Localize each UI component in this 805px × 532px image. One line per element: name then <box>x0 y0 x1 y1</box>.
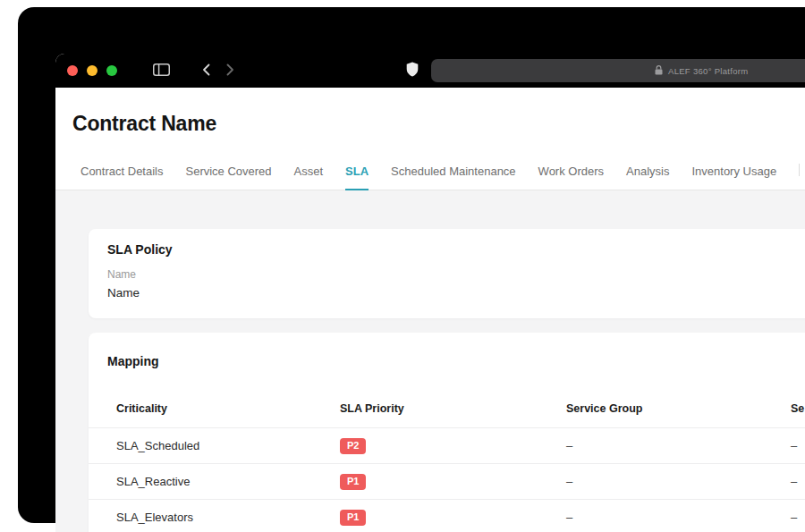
chevron-left-icon <box>202 63 210 79</box>
cell-service-group: – <box>566 475 791 488</box>
minimize-button[interactable] <box>87 65 97 76</box>
col-header-criticality: Criticality <box>116 402 340 415</box>
tab-divider <box>799 164 800 176</box>
priority-badge: P2 <box>340 438 366 454</box>
mapping-card: Mapping Criticality SLA Priority Service… <box>89 333 805 532</box>
tab-sla[interactable]: SLA <box>345 156 369 190</box>
zoom-button[interactable] <box>106 65 117 76</box>
sla-policy-heading: SLA Policy <box>107 242 805 257</box>
forward-button[interactable] <box>226 63 234 79</box>
tab-inventory-usage[interactable]: Inventory Usage <box>691 156 776 190</box>
policy-name-value: Name <box>107 286 805 300</box>
app-header: Contract Name Contract Details Service C… <box>55 88 805 190</box>
table-header-row: Criticality SLA Priority Service Group S… <box>89 390 805 427</box>
cell-service-group: – <box>566 439 791 452</box>
back-button[interactable] <box>202 63 210 79</box>
col-header-truncated: Se <box>791 402 805 415</box>
table-row: SLA_Scheduled P2 – – <box>89 427 805 463</box>
sidebar-toggle-icon <box>153 63 170 79</box>
cell-criticality: SLA_Scheduled <box>116 439 340 452</box>
priority-badge: P1 <box>340 474 366 490</box>
tab-analysis[interactable]: Analysis <box>626 156 669 190</box>
page-title: Contract Name <box>72 111 805 136</box>
table-row: SLA_Reactive P1 – – <box>89 463 805 499</box>
titlebar: ALEF 360° Platform <box>55 54 805 88</box>
sidebar-toggle-button[interactable] <box>153 63 170 79</box>
page-body: SLA Policy Name Name Mapping Criticality… <box>55 190 805 532</box>
cell-service-group: – <box>566 511 791 524</box>
policy-name-label: Name <box>107 268 805 281</box>
mapping-table: Criticality SLA Priority Service Group S… <box>89 390 805 532</box>
tab-asset[interactable]: Asset <box>294 156 324 190</box>
url-bar[interactable]: ALEF 360° Platform <box>431 59 805 82</box>
url-site-label: ALEF 360° Platform <box>668 66 748 76</box>
mapping-heading: Mapping <box>107 354 805 368</box>
traffic-lights <box>67 65 117 76</box>
privacy-shield-button[interactable] <box>406 62 419 80</box>
close-button[interactable] <box>67 65 78 76</box>
lock-icon <box>655 63 663 79</box>
sla-policy-card: SLA Policy Name Name <box>89 229 805 318</box>
table-row: SLA_Elevators P1 – – <box>89 499 805 532</box>
cell-criticality: SLA_Elevators <box>116 511 340 524</box>
col-header-sla-priority: SLA Priority <box>340 402 566 415</box>
priority-badge: P1 <box>340 510 366 526</box>
cell-col4: – <box>791 439 805 452</box>
tab-service-covered[interactable]: Service Covered <box>185 156 271 190</box>
shield-icon <box>406 62 419 80</box>
tab-work-orders[interactable]: Work Orders <box>538 156 604 190</box>
cell-criticality: SLA_Reactive <box>116 475 340 488</box>
col-header-service-group: Service Group <box>566 402 791 415</box>
tab-scheduled-maintenance[interactable]: Scheduled Maintenance <box>391 156 516 190</box>
cell-col4: – <box>791 511 805 524</box>
cell-col4: – <box>791 475 805 488</box>
chevron-right-icon <box>226 63 234 79</box>
tab-bar: Contract Details Service Covered Asset S… <box>55 156 805 190</box>
browser-window: ALEF 360° Platform Contract Name Contrac… <box>55 54 805 532</box>
tab-contract-details[interactable]: Contract Details <box>80 156 163 190</box>
